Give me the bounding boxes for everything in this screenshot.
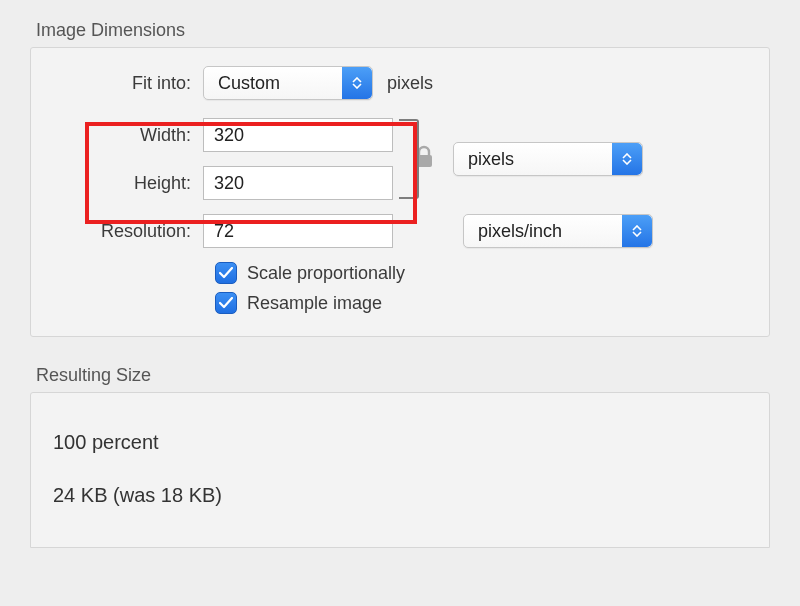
- resolution-label: Resolution:: [53, 221, 203, 242]
- scale-proportionally-checkbox[interactable]: [215, 262, 237, 284]
- resolution-input[interactable]: [203, 214, 393, 248]
- resolution-unit-select[interactable]: pixels/inch: [463, 214, 653, 248]
- resulting-size-title: Resulting Size: [30, 365, 770, 386]
- resample-image-checkbox[interactable]: [215, 292, 237, 314]
- size-unit-value: pixels: [468, 149, 514, 170]
- width-input[interactable]: [203, 118, 393, 152]
- size-unit-select[interactable]: pixels: [453, 142, 643, 176]
- resample-image-label: Resample image: [247, 293, 382, 314]
- fit-into-value: Custom: [218, 73, 280, 94]
- fit-into-label: Fit into:: [53, 73, 203, 94]
- scale-proportionally-row: Scale proportionally: [215, 262, 747, 284]
- fit-into-unit: pixels: [387, 73, 433, 94]
- chevron-up-down-icon: [622, 215, 652, 247]
- fit-into-select[interactable]: Custom: [203, 66, 373, 100]
- result-file-size: 24 KB (was 18 KB): [53, 484, 747, 507]
- height-label: Height:: [53, 173, 203, 194]
- width-label: Width:: [53, 125, 203, 146]
- image-dimensions-title: Image Dimensions: [30, 20, 770, 41]
- resolution-row: Resolution: pixels/inch: [53, 214, 747, 248]
- height-input[interactable]: [203, 166, 393, 200]
- height-row: Height:: [53, 166, 393, 200]
- chevron-up-down-icon: [342, 67, 372, 99]
- chevron-up-down-icon: [612, 143, 642, 175]
- image-dimensions-panel: Fit into: Custom pixels Width: Height:: [30, 47, 770, 337]
- fit-into-row: Fit into: Custom pixels: [53, 66, 747, 100]
- lock-bracket-icon: [399, 119, 419, 199]
- scale-proportionally-label: Scale proportionally: [247, 263, 405, 284]
- resample-image-row: Resample image: [215, 292, 747, 314]
- resulting-size-panel: 100 percent 24 KB (was 18 KB): [30, 392, 770, 548]
- result-percent: 100 percent: [53, 431, 747, 454]
- resolution-unit-value: pixels/inch: [478, 221, 562, 242]
- width-row: Width:: [53, 118, 393, 152]
